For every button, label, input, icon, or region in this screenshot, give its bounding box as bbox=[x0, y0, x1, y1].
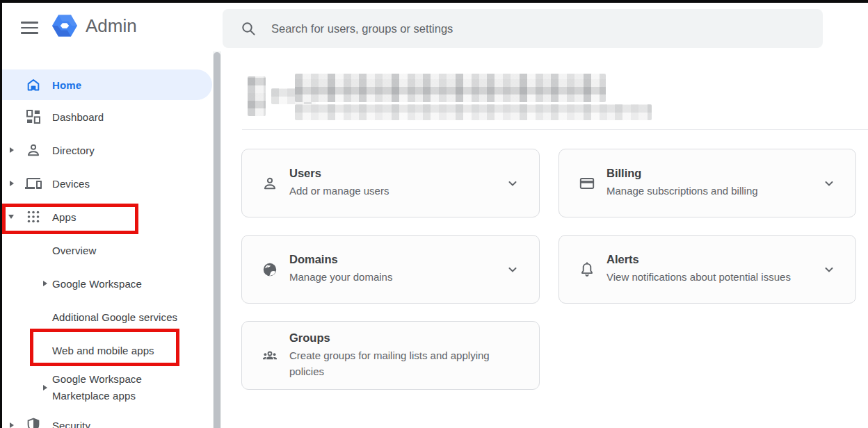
sidebar-item-label: Home bbox=[52, 79, 81, 91]
sidebar-item-apps[interactable]: Apps bbox=[0, 200, 213, 233]
sidebar-item-web-and-mobile-apps[interactable]: Web and mobile apps bbox=[0, 334, 213, 367]
card-groups[interactable]: Groups Create groups for mailing lists a… bbox=[241, 321, 540, 390]
card-subtitle: Manage subscriptions and billing bbox=[606, 183, 758, 199]
globe-icon bbox=[262, 261, 278, 278]
expand-right-icon[interactable] bbox=[43, 385, 47, 390]
search-icon bbox=[240, 20, 257, 37]
chevron-down-icon[interactable] bbox=[504, 175, 521, 192]
card-title: Alerts bbox=[606, 253, 791, 266]
card-subtitle: Add or manage users bbox=[289, 183, 389, 199]
top-app-bar: Admin bbox=[0, 3, 868, 51]
bell-icon bbox=[579, 261, 595, 278]
card-subtitle: Create groups for mailing lists and appl… bbox=[289, 347, 499, 380]
card-title: Billing bbox=[606, 167, 758, 180]
search-bar[interactable] bbox=[223, 9, 823, 48]
sidebar-scrollbar-thumb[interactable] bbox=[214, 52, 220, 428]
expand-right-icon[interactable] bbox=[10, 181, 14, 186]
sidebar-item-label: Directory bbox=[52, 145, 95, 156]
card-domains[interactable]: Domains Manage your domains bbox=[241, 235, 540, 304]
card-title: Groups bbox=[289, 331, 499, 345]
groups-icon bbox=[262, 347, 278, 364]
sidebar-item-overview[interactable]: Overview bbox=[0, 233, 213, 267]
card-alerts[interactable]: Alerts View notifications about potentia… bbox=[558, 235, 856, 304]
card-subtitle: Manage your domains bbox=[289, 269, 392, 285]
sidebar-nav: Home Dashboard Directory bbox=[0, 51, 221, 428]
card-billing[interactable]: Billing Manage subscriptions and billing bbox=[558, 149, 856, 217]
redacted-account-avatar bbox=[248, 76, 266, 116]
sidebar-item-label: Google Workspace bbox=[52, 278, 142, 290]
sidebar-item-label: Apps bbox=[52, 211, 77, 223]
app-logo[interactable]: Admin bbox=[51, 13, 137, 39]
sidebar-scrollbar-track[interactable] bbox=[213, 51, 221, 428]
header-divider bbox=[242, 129, 868, 130]
credit-card-icon bbox=[579, 175, 595, 192]
card-title: Users bbox=[289, 167, 389, 180]
sidebar-item-label: Overview bbox=[52, 245, 96, 256]
sidebar-item-label: Security bbox=[52, 420, 90, 428]
sidebar-item-security[interactable]: Security bbox=[0, 409, 213, 428]
dashboard-icon bbox=[25, 108, 42, 125]
sidebar-item-label: Devices bbox=[52, 178, 90, 190]
expand-right-icon[interactable] bbox=[43, 281, 47, 286]
card-title: Domains bbox=[289, 253, 392, 266]
sidebar-item-additional-google-services[interactable]: Additional Google services bbox=[0, 300, 213, 334]
sidebar-item-directory[interactable]: Directory bbox=[0, 133, 213, 167]
sidebar-item-label: Google Workspace Marketplace apps bbox=[52, 371, 158, 404]
sidebar-item-home[interactable]: Home bbox=[0, 69, 212, 100]
devices-icon bbox=[25, 175, 42, 192]
sidebar-item-google-workspace-marketplace-apps[interactable]: Google Workspace Marketplace apps bbox=[0, 367, 213, 409]
main-content: Users Add or manage users Billing Manage… bbox=[221, 51, 868, 428]
shortcut-cards-grid: Users Add or manage users Billing Manage… bbox=[241, 149, 856, 390]
card-users[interactable]: Users Add or manage users bbox=[241, 149, 540, 217]
sidebar-item-label: Dashboard bbox=[52, 111, 104, 123]
window-left-edge bbox=[0, 0, 2, 428]
expand-right-icon[interactable] bbox=[10, 147, 14, 153]
sidebar-item-devices[interactable]: Devices bbox=[0, 167, 213, 200]
expand-right-icon[interactable] bbox=[10, 422, 14, 428]
person-icon bbox=[25, 142, 42, 158]
home-icon bbox=[25, 76, 42, 93]
window-top-edge bbox=[0, 0, 868, 3]
collapse-down-icon[interactable] bbox=[8, 215, 14, 219]
shield-icon bbox=[25, 417, 42, 428]
chevron-down-icon[interactable] bbox=[504, 261, 521, 278]
sidebar-item-google-workspace[interactable]: Google Workspace bbox=[0, 267, 213, 300]
search-input[interactable] bbox=[271, 22, 758, 35]
person-icon bbox=[262, 175, 278, 192]
apps-grid-icon bbox=[25, 208, 42, 225]
hamburger-menu-icon[interactable] bbox=[21, 18, 40, 38]
sidebar-item-label: Additional Google services bbox=[52, 311, 177, 323]
admin-hexagon-logo-icon bbox=[51, 13, 78, 39]
sidebar-item-label: Web and mobile apps bbox=[52, 345, 154, 356]
sidebar-item-dashboard[interactable]: Dashboard bbox=[0, 100, 213, 133]
chevron-down-icon[interactable] bbox=[821, 175, 837, 192]
chevron-down-icon[interactable] bbox=[821, 261, 837, 278]
app-title: Admin bbox=[86, 15, 137, 37]
card-subtitle: View notifications about potential issue… bbox=[606, 269, 791, 285]
redacted-headline-line-2 bbox=[295, 104, 652, 120]
redacted-headline-line-1 bbox=[295, 74, 606, 102]
